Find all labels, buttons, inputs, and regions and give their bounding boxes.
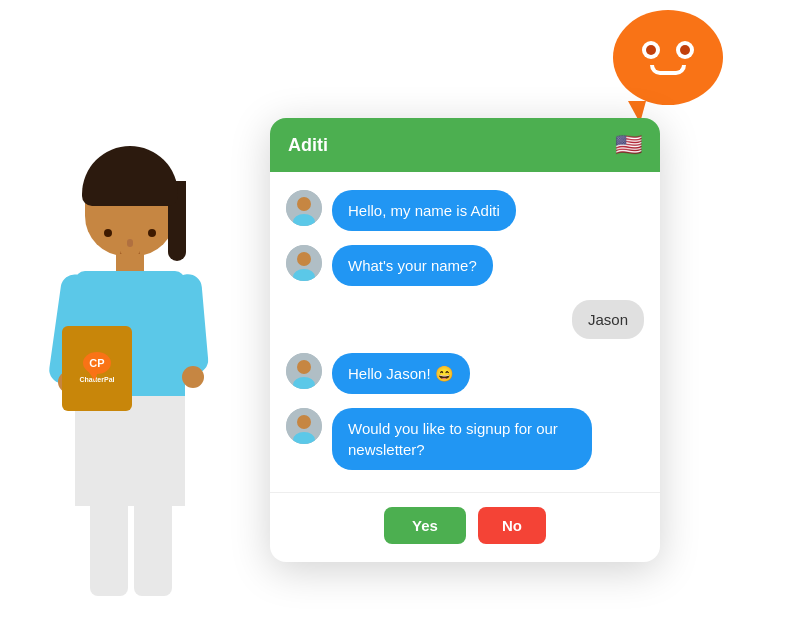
avatar [286, 190, 322, 226]
chat-header: Aditi 🇺🇸 [270, 118, 660, 172]
avatar [286, 353, 322, 389]
char-nose [127, 239, 133, 247]
message-row: Hello, my name is Aditi [286, 190, 644, 231]
chat-header-flag: 🇺🇸 [615, 132, 642, 158]
char-folder: CP ChatterPal [62, 326, 132, 411]
char-leg-left [90, 486, 128, 596]
chat-bubble: Hello, my name is Aditi [332, 190, 516, 231]
no-button[interactable]: No [478, 507, 546, 544]
robot-bubble [613, 10, 723, 105]
svg-point-10 [297, 415, 311, 429]
chat-bubble: What's your name? [332, 245, 493, 286]
chat-footer: Yes No [270, 492, 660, 562]
user-bubble: Jason [572, 300, 644, 339]
robot-face [642, 41, 694, 75]
robot-eyes [642, 41, 694, 59]
chatterpal-logo: CP ChatterPal [79, 352, 114, 384]
message-row: What's your name? [286, 245, 644, 286]
character-avatar: CP ChatterPal [0, 66, 265, 626]
chat-bubble: Would you like to signup for our newslet… [332, 408, 592, 470]
message-row-user: Jason [286, 300, 644, 339]
char-leg-right [134, 486, 172, 596]
scene: CP ChatterPal [0, 0, 793, 626]
svg-point-7 [297, 360, 311, 374]
robot-eye-left [642, 41, 660, 59]
chat-bubble: Hello Jason! 😄 [332, 353, 470, 394]
chat-widget: Aditi 🇺🇸 Hello, my name is Aditi [270, 118, 660, 562]
char-hair [82, 146, 178, 206]
robot-eye-right [676, 41, 694, 59]
chat-header-title: Aditi [288, 135, 328, 156]
char-hand-right [182, 366, 204, 388]
char-eye-right [148, 229, 156, 237]
svg-point-1 [297, 197, 311, 211]
svg-point-4 [297, 252, 311, 266]
chat-messages: Hello, my name is Aditi What's your name… [270, 172, 660, 492]
logo-icon: CP [83, 352, 111, 374]
robot-icon [613, 10, 733, 130]
message-row: Would you like to signup for our newslet… [286, 408, 644, 470]
char-eye-left [104, 229, 112, 237]
message-row: Hello Jason! 😄 [286, 353, 644, 394]
avatar [286, 408, 322, 444]
robot-mouth [650, 65, 686, 75]
avatar [286, 245, 322, 281]
yes-button[interactable]: Yes [384, 507, 466, 544]
